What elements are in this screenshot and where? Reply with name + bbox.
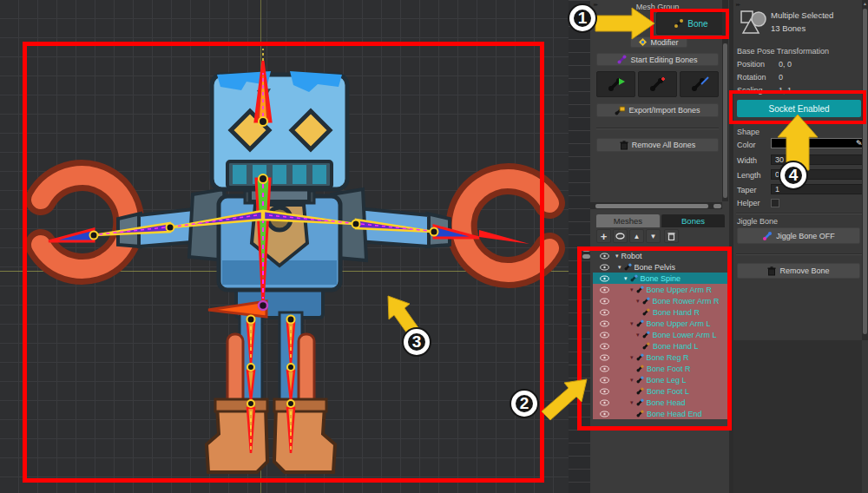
panel-h-scrollbar[interactable] [590, 202, 722, 209]
eye-visibility-icon[interactable] [600, 388, 609, 395]
panel-splitter-strip[interactable] [569, 0, 590, 493]
scrollbar-thumb[interactable] [723, 43, 727, 198]
duplicate-bone-button[interactable] [613, 229, 628, 243]
eye-visibility-icon[interactable] [600, 354, 609, 361]
eye-visibility-icon[interactable] [600, 377, 609, 384]
position-label: Position [737, 60, 765, 69]
modifier-button[interactable]: Modifier [630, 36, 687, 48]
eye-visibility-icon[interactable] [600, 309, 609, 316]
expand-arrow-icon[interactable]: ▾ [636, 332, 640, 338]
remove-bone-button[interactable]: Remove Bone [737, 263, 860, 279]
jiggle-bone-button[interactable]: Jiggle Bone OFF [737, 227, 860, 244]
expand-arrow-icon[interactable]: ▾ [630, 320, 634, 326]
bone-icon [636, 410, 644, 417]
expand-arrow-icon[interactable]: ▾ [630, 399, 634, 405]
step-badge-4: 4 [780, 162, 806, 188]
tab-meshes[interactable]: Meshes [596, 214, 660, 227]
eye-visibility-icon[interactable] [600, 365, 609, 372]
trash-icon [620, 141, 628, 150]
helper-checkbox[interactable] [771, 199, 779, 207]
remove-all-bones-button[interactable]: Remove All Bones [596, 138, 719, 152]
eye-visibility-icon[interactable] [600, 399, 609, 406]
length-label: Length [737, 171, 761, 180]
tab-bones-label: Bones [681, 216, 705, 226]
eye-visibility-icon[interactable] [600, 298, 609, 305]
edit-bone-tool-button[interactable] [680, 71, 719, 97]
tree-row[interactable]: Bone Hand R [593, 306, 727, 318]
play-bone-tool-button[interactable] [596, 71, 635, 97]
scroll-up-icon[interactable]: ▲ [863, 1, 867, 6]
eye-visibility-icon[interactable] [600, 264, 609, 271]
expand-arrow-icon[interactable]: ▾ [630, 286, 634, 293]
tab-bones[interactable]: Bones [661, 214, 725, 227]
tree-row-selected[interactable]: ▾Bone Spine [593, 273, 727, 284]
eye-visibility-icon[interactable] [600, 286, 609, 293]
multi-select-icon [740, 9, 767, 35]
eye-visibility-icon[interactable] [600, 411, 609, 417]
selection-title: Multiple Selected [771, 10, 833, 20]
bone-icon [624, 263, 632, 271]
scaling-value: 1, 1 [779, 86, 792, 95]
tree-row[interactable]: Bone Foot L [593, 385, 727, 397]
h-scrollbar-minus[interactable] [713, 204, 721, 208]
eye-visibility-icon[interactable] [600, 275, 609, 282]
modifier-icon [639, 38, 647, 46]
expand-arrow-icon[interactable]: ▾ [636, 298, 640, 304]
bone-inspector-panel: ▸▸ Multiple Selected 13 Bones Base Pose … [733, 0, 868, 493]
robot-character[interactable] [0, 0, 590, 493]
expand-arrow-icon[interactable]: ▾ [630, 354, 634, 360]
start-editing-bones-button[interactable]: Start Editing Bones [596, 53, 719, 66]
bone-mode-button[interactable]: Bone [656, 12, 726, 35]
position-value: 0, 0 [779, 60, 792, 69]
tree-row[interactable]: ▾Robot [593, 250, 727, 261]
tree-row[interactable]: ▾Bone Pelvis [593, 261, 727, 273]
bone-icon [636, 376, 644, 384]
modifier-label: Modifier [650, 38, 678, 47]
inspector-scrollbar[interactable]: ▲ [862, 0, 868, 340]
separator [736, 253, 865, 254]
tree-row[interactable]: Bone Hand L [593, 340, 727, 352]
move-down-button[interactable]: ▼ [646, 229, 661, 243]
splitter-handle-dot[interactable] [582, 247, 590, 252]
scrollbar-thumb[interactable] [863, 9, 867, 334]
expand-arrow-icon[interactable]: ▾ [630, 377, 634, 383]
expand-arrow-icon[interactable]: ▾ [618, 264, 621, 270]
tree-row[interactable]: Bone Head End [593, 408, 727, 419]
tree-row[interactable]: ▾Bone Upper Arm R [593, 284, 727, 295]
tree-row[interactable]: ▾Bone Lower Arm L [593, 329, 727, 340]
panel-collapse-icon[interactable]: ▸▸ [736, 1, 740, 7]
tree-row[interactable]: ▾Bone Leg L [593, 374, 727, 385]
expand-arrow-icon[interactable]: ▾ [615, 253, 619, 259]
robot-left-claw [41, 175, 128, 269]
panel-scrollbar[interactable] [722, 0, 728, 201]
tree-row[interactable]: ▾Bone Reg R [593, 352, 727, 363]
color-swatch[interactable] [771, 138, 865, 148]
color-label: Color [737, 141, 756, 149]
expand-arrow-icon[interactable]: ▾ [624, 275, 628, 281]
robot-legs [207, 286, 335, 472]
width-input[interactable] [771, 154, 865, 165]
tree-row[interactable]: Bone Foot R [593, 363, 727, 374]
tree-row[interactable]: ▾Bone Head [593, 397, 727, 408]
duplicate-icon [615, 233, 625, 240]
rotation-value: 0 [779, 73, 783, 82]
scene-viewport[interactable] [0, 0, 590, 493]
move-up-button[interactable]: ▲ [629, 229, 644, 243]
eye-visibility-icon[interactable] [600, 253, 609, 260]
eye-visibility-icon[interactable] [600, 343, 609, 350]
jiggle-heading: Jiggle Bone [737, 217, 778, 226]
tree-row[interactable]: ▾Bone Upper Arm L [593, 318, 727, 329]
splitter-handle-dot[interactable] [582, 254, 590, 259]
remove-bone-label: Remove Bone [779, 266, 829, 275]
h-scrollbar-thumb[interactable] [595, 204, 708, 208]
add-bone-tool-button[interactable] [638, 71, 677, 97]
eye-visibility-icon[interactable] [600, 320, 609, 327]
export-import-label: Export/Import Bones [628, 106, 700, 115]
add-bone-button[interactable]: + [596, 229, 611, 243]
tree-label: Bone Head [647, 398, 686, 407]
export-import-bones-button[interactable]: Export/Import Bones [596, 103, 719, 117]
delete-bone-button[interactable] [664, 229, 679, 243]
eye-visibility-icon[interactable] [600, 332, 609, 339]
socket-enabled-button[interactable]: Socket Enabled [737, 100, 861, 117]
tree-row[interactable]: ▾Bone Rower Arm R [593, 295, 727, 306]
